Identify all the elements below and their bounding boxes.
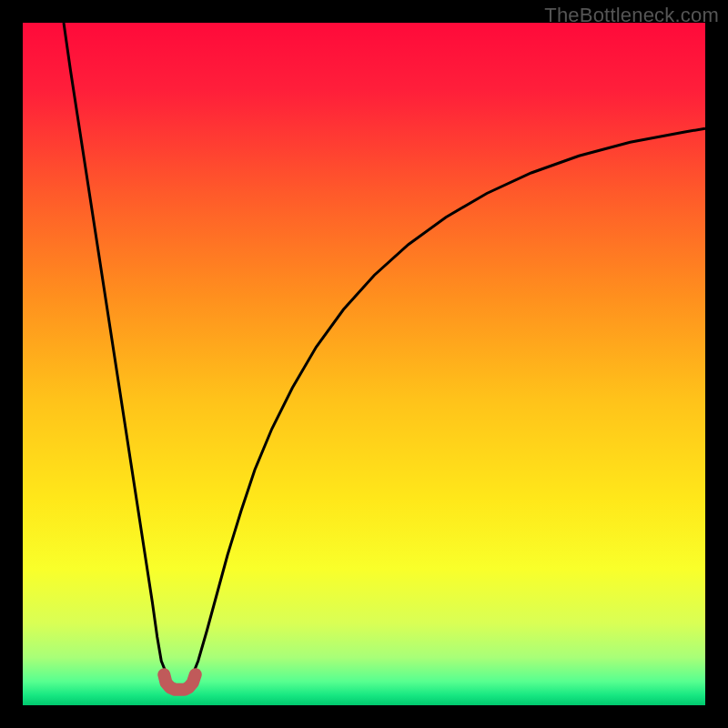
series-right-branch [185,128,705,684]
plot-area [23,23,705,705]
series-left-branch [64,23,175,685]
curves-layer [23,23,705,705]
watermark-text: TheBottleneck.com [544,4,719,27]
series-trough-marker [164,674,196,690]
chart-frame: TheBottleneck.com [0,0,728,728]
